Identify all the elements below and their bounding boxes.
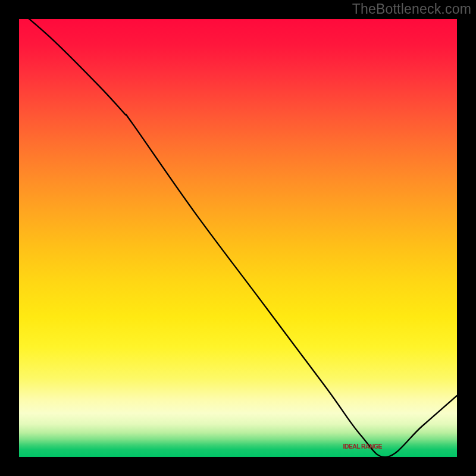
- attribution-label: TheBottleneck.com: [352, 1, 471, 17]
- ideal-range-annotation: IDEAL RANGE: [343, 443, 382, 450]
- bottleneck-curve-svg: [19, 19, 457, 457]
- chart-stage: TheBottleneck.com IDEAL RANGE: [0, 0, 476, 476]
- bottleneck-curve: [19, 19, 457, 457]
- plot-area: IDEAL RANGE: [19, 19, 457, 457]
